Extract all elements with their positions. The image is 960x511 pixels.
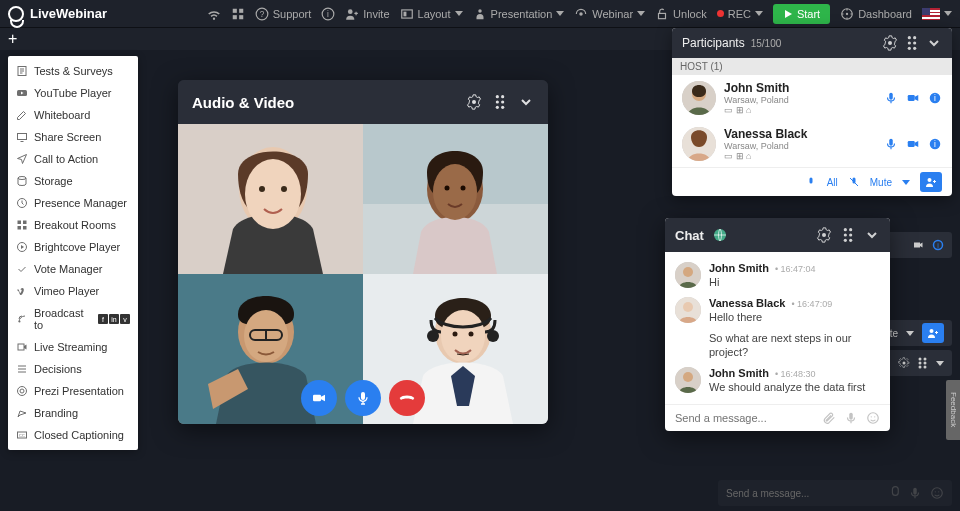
attach-icon[interactable] (822, 411, 836, 425)
svg-point-23 (919, 366, 922, 369)
menu-live-streaming[interactable]: Live Streaming (8, 336, 138, 358)
rec-button[interactable]: REC (717, 8, 763, 20)
svg-point-119 (874, 417, 875, 418)
svg-point-52 (501, 100, 504, 103)
add-participant-button[interactable] (920, 172, 942, 192)
svg-rect-78 (361, 392, 365, 400)
info-icon[interactable]: i (928, 91, 942, 105)
svg-point-15 (846, 12, 848, 14)
svg-point-28 (932, 488, 943, 499)
invite-link[interactable]: Invite (345, 7, 389, 21)
svg-point-74 (487, 330, 499, 342)
mic-icon[interactable] (884, 137, 898, 151)
chat-title: Chat (675, 228, 704, 243)
svg-point-106 (844, 239, 847, 242)
add-content-button[interactable]: + (8, 30, 17, 48)
menu-brightcove[interactable]: Brightcove Player (8, 236, 138, 258)
mic-icon[interactable] (884, 91, 898, 105)
menu-broadcast[interactable]: Broadcast to finv (8, 302, 138, 336)
gear-icon[interactable] (466, 94, 482, 110)
menu-vimeo[interactable]: Vimeo Player (8, 280, 138, 302)
svg-rect-36 (18, 221, 22, 225)
menu-storage[interactable]: Storage (8, 170, 138, 192)
chevron-down-icon[interactable] (864, 227, 880, 243)
svg-point-12 (580, 12, 584, 16)
menu-presence[interactable]: Presence Manager (8, 192, 138, 214)
participants-header: Participants 15/100 (672, 28, 952, 58)
svg-rect-3 (239, 15, 243, 19)
svg-point-57 (259, 186, 265, 192)
svg-rect-38 (18, 226, 22, 230)
mic-button[interactable] (345, 380, 381, 416)
rec-dot-icon (717, 10, 724, 17)
info-icon[interactable]: i (928, 137, 942, 151)
svg-point-58 (281, 186, 287, 192)
menu-cc[interactable]: CCClosed Captioning (8, 424, 138, 446)
camera-button[interactable] (301, 380, 337, 416)
video-tile-1[interactable] (178, 124, 363, 274)
svg-point-43 (18, 387, 27, 396)
mic-icon[interactable] (844, 411, 858, 425)
gear-icon[interactable] (816, 227, 832, 243)
camera-icon[interactable] (906, 137, 920, 151)
camera-icon[interactable] (906, 91, 920, 105)
menu-breakout[interactable]: Breakout Rooms (8, 214, 138, 236)
start-button[interactable]: Start (773, 4, 830, 24)
participant-location: Warsaw, Poland (724, 141, 876, 151)
add-user-icon[interactable] (922, 323, 944, 343)
svg-point-85 (913, 47, 916, 50)
menu-tests-surveys[interactable]: Tests & Surveys (8, 60, 138, 82)
wifi-icon[interactable] (207, 7, 221, 21)
unlock-button[interactable]: Unlock (655, 7, 707, 21)
svg-point-115 (683, 372, 693, 382)
avatar (675, 262, 701, 288)
emoji-icon[interactable] (866, 411, 880, 425)
menu-call-to-action[interactable]: Call to Action (8, 148, 138, 170)
participant-os-icons: ▭ ⊞ ⌂ (724, 151, 876, 161)
participant-row[interactable]: John Smith Warsaw, Poland ▭ ⊞ ⌂ i (672, 75, 952, 121)
apps-icon[interactable] (231, 7, 245, 21)
svg-point-64 (461, 186, 466, 191)
svg-rect-95 (908, 141, 915, 147)
mute-button[interactable]: Mute (870, 177, 892, 188)
drag-handle-icon[interactable] (904, 35, 920, 51)
menu-whiteboard[interactable]: Whiteboard (8, 104, 138, 126)
svg-point-76 (469, 332, 474, 337)
svg-point-75 (453, 332, 458, 337)
drag-handle-icon[interactable] (492, 94, 508, 110)
chevron-down-icon[interactable] (926, 35, 942, 51)
gear-icon[interactable] (882, 35, 898, 51)
menu-branding[interactable]: Branding (8, 402, 138, 424)
webinar-dropdown[interactable]: Webinar (574, 7, 645, 21)
menu-decisions[interactable]: Decisions (8, 358, 138, 380)
tools-menu: Tests & Surveys YouTube Player Whiteboar… (8, 56, 138, 450)
chat-input[interactable] (675, 412, 814, 424)
menu-prezi[interactable]: Prezi Presentation (8, 380, 138, 402)
feedback-tab[interactable]: Feedback (946, 380, 960, 440)
svg-rect-13 (659, 13, 666, 18)
info-icon[interactable]: i (321, 7, 335, 21)
svg-point-117 (868, 413, 879, 424)
video-tile-2[interactable] (363, 124, 548, 274)
drag-handle-icon[interactable] (840, 227, 856, 243)
menu-youtube[interactable]: YouTube Player (8, 82, 138, 104)
svg-rect-2 (232, 15, 236, 19)
menu-vote[interactable]: Vote Manager (8, 258, 138, 280)
svg-point-83 (913, 36, 916, 39)
svg-text:i: i (934, 94, 936, 103)
participant-row[interactable]: Vanessa Black Warsaw, Poland ▭ ⊞ ⌂ i (672, 121, 952, 167)
all-button[interactable]: All (827, 177, 838, 188)
dashboard-link[interactable]: Dashboard (840, 7, 912, 21)
chevron-down-icon[interactable] (518, 94, 534, 110)
layout-dropdown[interactable]: Layout (400, 7, 463, 21)
svg-point-20 (903, 362, 906, 365)
menu-share-screen[interactable]: Share Screen (8, 126, 138, 148)
language-dropdown[interactable] (922, 8, 952, 20)
video-grid (178, 124, 548, 424)
chat-panel: Chat John Smith16:47:04 Hi Vanessa Black… (665, 218, 890, 431)
presentation-dropdown[interactable]: Presentation (473, 7, 565, 21)
hangup-button[interactable] (389, 380, 425, 416)
support-link[interactable]: ?Support (255, 7, 312, 21)
svg-point-109 (849, 239, 852, 242)
svg-rect-77 (313, 395, 321, 402)
